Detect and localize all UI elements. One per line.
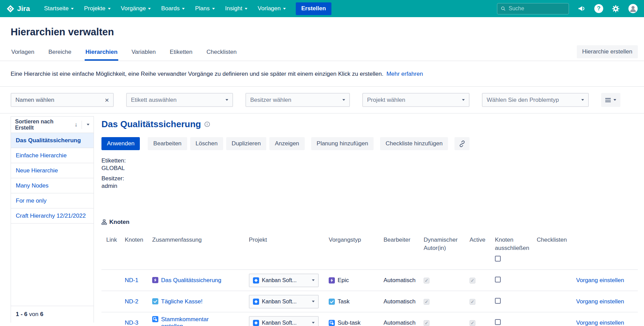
clear-icon[interactable]: × bbox=[105, 96, 109, 104]
active-checkbox bbox=[470, 320, 475, 326]
help-icon[interactable]: ? bbox=[594, 4, 603, 13]
sort-header[interactable]: Sortieren nach Erstellt ↓ bbox=[11, 117, 94, 133]
assignee-cell: Automatisch bbox=[379, 270, 419, 291]
column-header-node: Knoten bbox=[120, 231, 147, 270]
search-input[interactable] bbox=[509, 5, 565, 12]
pagination: 1 - 6 von 6 bbox=[11, 306, 94, 323]
edit-button[interactable]: Bearbeiten bbox=[148, 137, 187, 150]
jira-logo-icon bbox=[6, 4, 15, 13]
tab-checklisten[interactable]: Checklisten bbox=[206, 38, 238, 61]
column-header-actions bbox=[566, 231, 638, 270]
link-icon bbox=[459, 141, 465, 147]
add-checklist-button[interactable]: Checkliste hinzufügen bbox=[380, 137, 448, 150]
nav-vorlagen[interactable]: Vorlagen bbox=[253, 0, 291, 17]
project-select[interactable]: Kanban Soft... bbox=[249, 295, 319, 309]
create-issue-link[interactable]: Vorgang einstellen bbox=[576, 319, 624, 326]
chevron-down-icon bbox=[108, 8, 111, 10]
tab-bereiche[interactable]: Bereiche bbox=[48, 38, 72, 61]
nav-vorgaenge[interactable]: Vorgänge bbox=[116, 0, 156, 17]
node-key-link[interactable]: ND-2 bbox=[125, 298, 138, 305]
nav-insight[interactable]: Insight bbox=[220, 0, 253, 17]
create-issue-link[interactable]: Vorgang einstellen bbox=[576, 277, 624, 283]
apply-button[interactable]: Anwenden bbox=[101, 137, 140, 150]
action-buttons: Anwenden Bearbeiten Löschen Duplizieren … bbox=[101, 137, 638, 150]
column-header-exclude: Knoten ausschließen bbox=[490, 231, 532, 270]
exclude-all-checkbox[interactable] bbox=[495, 256, 501, 262]
delete-button[interactable]: Löschen bbox=[190, 137, 223, 150]
create-hierarchy-button[interactable]: Hierarchie erstellen bbox=[577, 45, 638, 58]
hierarchy-list-item[interactable]: Einfache Hierarchie bbox=[11, 148, 94, 163]
hierarchy-list-item[interactable]: Craft Hierarchy 12/21/2022 bbox=[11, 208, 94, 224]
page-description-row: Eine Hierarchie ist eine einfache Möglic… bbox=[0, 61, 644, 87]
name-filter[interactable]: × bbox=[11, 93, 114, 107]
top-navigation-bar: Jira Startseite Projekte Vorgänge Boards… bbox=[0, 0, 644, 17]
project-avatar-icon bbox=[253, 320, 259, 326]
assignee-cell: Automatisch bbox=[379, 312, 419, 326]
chevron-down-icon bbox=[312, 301, 315, 302]
nav-plans[interactable]: Plans bbox=[190, 0, 220, 17]
nav-startseite[interactable]: Startseite bbox=[39, 0, 79, 17]
exclude-node-checkbox[interactable] bbox=[495, 298, 501, 304]
tab-vorlagen[interactable]: Vorlagen bbox=[11, 38, 35, 61]
copy-link-button[interactable] bbox=[454, 137, 470, 150]
hierarchy-detail: Das Qualitätssicherung Anwenden Bearbeit… bbox=[94, 116, 638, 323]
chevron-down-icon bbox=[342, 99, 345, 101]
show-button[interactable]: Anzeigen bbox=[269, 137, 305, 150]
summary-link[interactable]: Stammkommentar bbox=[161, 316, 209, 323]
user-avatar[interactable] bbox=[628, 4, 638, 13]
sort-options-chevron-icon[interactable] bbox=[87, 124, 89, 125]
nav-projekte[interactable]: Projekte bbox=[79, 0, 116, 17]
jira-logo[interactable]: Jira bbox=[6, 4, 30, 13]
learn-more-link[interactable]: Mehr erfahren bbox=[386, 71, 423, 77]
tab-hierarchien[interactable]: Hierarchien bbox=[85, 38, 118, 61]
owner-filter-select[interactable]: Besitzer wählen bbox=[245, 93, 350, 107]
global-search[interactable] bbox=[497, 3, 569, 14]
nodes-table: Link Knoten Zusammenfassung Projekt Vorg… bbox=[101, 231, 638, 326]
main-nav: Startseite Projekte Vorgänge Boards Plan… bbox=[39, 0, 331, 17]
column-header-assignee: Bearbeiter bbox=[379, 231, 419, 270]
task-icon bbox=[329, 299, 335, 305]
settings-gear-icon[interactable] bbox=[612, 5, 620, 13]
hierarchy-list-item[interactable]: Das Qualitätssicherung bbox=[11, 133, 94, 148]
node-row: ND-3 Stammkommentar erstellen bbox=[101, 312, 638, 326]
hierarchy-list-item[interactable]: For me only bbox=[11, 193, 94, 208]
filter-menu-button[interactable] bbox=[601, 93, 620, 107]
hierarchy-meta: Etiketten: GLOBAL Besitzer: admin bbox=[101, 157, 638, 190]
summary-link[interactable]: Das Qualitätssicherung bbox=[161, 277, 221, 284]
chevron-down-icon bbox=[312, 322, 315, 324]
nav-boards[interactable]: Boards bbox=[156, 0, 190, 17]
tab-etiketten[interactable]: Etiketten bbox=[169, 38, 193, 61]
project-filter-select[interactable]: Projekt wählen bbox=[362, 93, 470, 107]
checklists-cell bbox=[532, 270, 566, 291]
tab-variablen[interactable]: Variablen bbox=[131, 38, 157, 61]
node-key-link[interactable]: ND-1 bbox=[125, 277, 138, 283]
create-issue-link[interactable]: Vorgang einstellen bbox=[576, 298, 624, 305]
create-issue-button[interactable]: Erstellen bbox=[296, 2, 331, 15]
link-cell bbox=[101, 291, 120, 312]
column-header-project: Projekt bbox=[244, 231, 324, 270]
add-plan-button[interactable]: Planung hinzufügen bbox=[311, 137, 374, 150]
exclude-node-checkbox[interactable] bbox=[495, 319, 501, 325]
summary-link-wrap[interactable]: erstellen bbox=[161, 323, 209, 326]
megaphone-icon[interactable] bbox=[578, 4, 586, 13]
project-select[interactable]: Kanban Soft... bbox=[249, 316, 319, 326]
project-avatar-icon bbox=[253, 277, 259, 283]
avatar-person-icon bbox=[628, 4, 638, 13]
duplicate-button[interactable]: Duplizieren bbox=[226, 137, 266, 150]
label-filter-select[interactable]: Etikett auswählen bbox=[126, 93, 233, 107]
project-select[interactable]: Kanban Soft... bbox=[249, 274, 319, 287]
checklists-cell bbox=[532, 312, 566, 326]
column-header-issuetype: Vorgangstyp bbox=[324, 231, 379, 270]
sort-direction-icon[interactable]: ↓ bbox=[75, 121, 78, 128]
node-key-link[interactable]: ND-3 bbox=[125, 319, 138, 326]
filters-row: × Etikett auswählen Besitzer wählen Proj… bbox=[0, 87, 644, 113]
info-icon[interactable] bbox=[204, 121, 210, 127]
exclude-node-checkbox[interactable] bbox=[495, 277, 501, 282]
summary-link[interactable]: Tägliche Kasse! bbox=[161, 298, 203, 305]
hierarchy-list-item[interactable]: Neue Hierarchie bbox=[11, 163, 94, 178]
name-filter-input[interactable] bbox=[15, 97, 105, 104]
issuetype-filter-select[interactable]: Wählen Sie den Problemtyp bbox=[482, 93, 589, 107]
hierarchy-list-item[interactable]: Many Nodes bbox=[11, 178, 94, 193]
page-description: Eine Hierarchie ist eine einfache Möglic… bbox=[11, 71, 384, 77]
chevron-down-icon bbox=[212, 8, 215, 10]
